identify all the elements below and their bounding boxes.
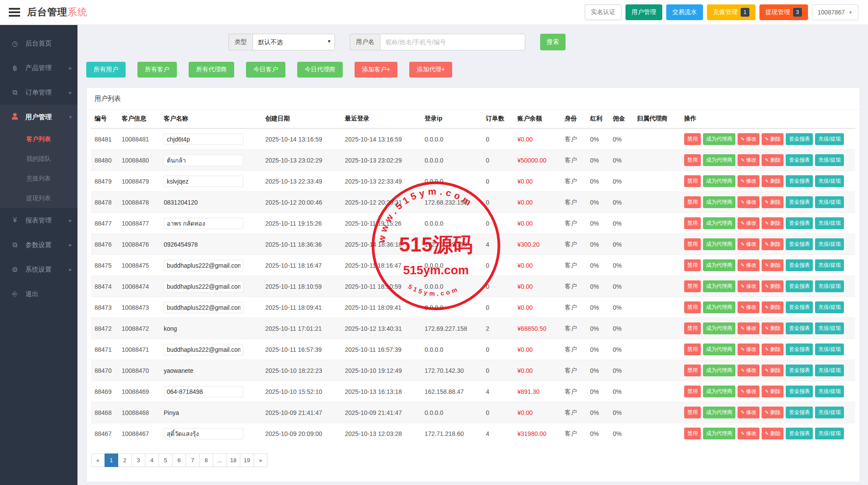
funds-report-button[interactable]: 资金报表 — [786, 301, 813, 313]
funds-report-button[interactable]: 资金报表 — [786, 238, 813, 250]
pagination-page[interactable]: 4 — [145, 453, 159, 467]
disable-button[interactable]: 禁用 — [684, 322, 701, 334]
sidebar-item-client-list[interactable]: 客户列表 — [0, 129, 77, 149]
become-agent-button[interactable]: 成为代理商 — [703, 196, 735, 208]
edit-button[interactable]: ✎修改 — [738, 238, 759, 250]
pagination-page[interactable]: 5 — [159, 453, 172, 467]
become-agent-button[interactable]: 成为代理商 — [703, 175, 735, 187]
client-name-input[interactable] — [164, 260, 243, 271]
pagination-page[interactable]: 1 — [105, 453, 118, 467]
client-name-input[interactable] — [164, 344, 243, 355]
sidebar-item-recharge-list[interactable]: 充值列表 — [0, 169, 77, 188]
delete-button[interactable]: ✎删除 — [762, 217, 784, 229]
search-button[interactable]: 搜索 — [540, 34, 566, 50]
become-agent-button[interactable]: 成为代理商 — [703, 386, 735, 397]
sidebar-item-users[interactable]: 用户管理 — [0, 105, 77, 129]
funds-report-button[interactable]: 资金报表 — [786, 133, 813, 145]
pagination-page[interactable]: 8 — [200, 453, 213, 467]
disable-button[interactable]: 禁用 — [684, 217, 701, 229]
user-manage-button[interactable]: 用户管理 — [626, 4, 662, 20]
delete-button[interactable]: ✎删除 — [762, 280, 784, 292]
delete-button[interactable]: ✎删除 — [762, 343, 784, 355]
recharge-withdraw-button[interactable]: 充值/提现 — [815, 133, 843, 145]
client-name-input[interactable] — [164, 428, 243, 439]
disable-button[interactable]: 禁用 — [684, 133, 701, 145]
become-agent-button[interactable]: 成为代理商 — [703, 280, 735, 292]
recharge-withdraw-button[interactable]: 充值/提现 — [815, 322, 843, 334]
become-agent-button[interactable]: 成为代理商 — [703, 428, 735, 439]
sidebar-item-products[interactable]: ฿ 产品管理 — [0, 56, 77, 80]
disable-button[interactable]: 禁用 — [684, 196, 701, 208]
hamburger-menu-icon[interactable] — [9, 8, 20, 17]
disable-button[interactable]: 禁用 — [684, 280, 701, 292]
disable-button[interactable]: 禁用 — [684, 259, 701, 271]
edit-button[interactable]: ✎修改 — [738, 175, 759, 187]
sidebar-item-dashboard[interactable]: ◷ 后台首页 — [0, 31, 77, 56]
funds-report-button[interactable]: 资金报表 — [786, 154, 813, 166]
today-clients-button[interactable]: 今日客户 — [246, 62, 285, 78]
delete-button[interactable]: ✎删除 — [762, 259, 784, 271]
recharge-withdraw-button[interactable]: 充值/提现 — [815, 154, 843, 166]
funds-report-button[interactable]: 资金报表 — [786, 428, 813, 439]
add-agent-button[interactable]: 添加代理+ — [409, 62, 452, 78]
recharge-withdraw-button[interactable]: 充值/提现 — [815, 301, 843, 313]
username-input[interactable] — [380, 34, 525, 50]
recharge-withdraw-button[interactable]: 充值/提现 — [815, 238, 843, 250]
become-agent-button[interactable]: 成为代理商 — [703, 217, 735, 229]
funds-report-button[interactable]: 资金报表 — [786, 175, 813, 187]
recharge-manage-button[interactable]: 充值管理1 — [707, 4, 756, 20]
trade-flow-button[interactable]: 交易流水 — [666, 4, 703, 20]
recharge-withdraw-button[interactable]: 充值/提现 — [815, 407, 843, 418]
funds-report-button[interactable]: 资金报表 — [786, 343, 813, 355]
pagination-page[interactable]: 18 — [227, 453, 240, 467]
funds-report-button[interactable]: 资金报表 — [786, 407, 813, 418]
disable-button[interactable]: 禁用 — [684, 343, 701, 355]
today-agents-button[interactable]: 今日代理商 — [297, 62, 343, 78]
pagination-page[interactable]: 19 — [240, 453, 254, 467]
client-name-input[interactable] — [164, 281, 243, 292]
edit-button[interactable]: ✎修改 — [738, 428, 759, 439]
delete-button[interactable]: ✎删除 — [762, 196, 784, 208]
funds-report-button[interactable]: 资金报表 — [786, 386, 813, 397]
delete-button[interactable]: ✎删除 — [762, 175, 784, 187]
funds-report-button[interactable]: 资金报表 — [786, 280, 813, 292]
withdraw-manage-button[interactable]: 提现管理3 — [759, 4, 808, 20]
disable-button[interactable]: 禁用 — [684, 175, 701, 187]
edit-button[interactable]: ✎修改 — [738, 343, 759, 355]
become-agent-button[interactable]: 成为代理商 — [703, 407, 735, 418]
delete-button[interactable]: ✎删除 — [762, 407, 784, 418]
disable-button[interactable]: 禁用 — [684, 301, 701, 313]
funds-report-button[interactable]: 资金报表 — [786, 322, 813, 334]
delete-button[interactable]: ✎删除 — [762, 365, 784, 376]
become-agent-button[interactable]: 成为代理商 — [703, 322, 735, 334]
edit-button[interactable]: ✎修改 — [738, 280, 759, 292]
client-name-input[interactable] — [164, 386, 243, 397]
delete-button[interactable]: ✎删除 — [762, 386, 784, 397]
become-agent-button[interactable]: 成为代理商 — [703, 259, 735, 271]
sidebar-item-orders[interactable]: ⧉ 订单管理 — [0, 80, 77, 105]
pagination-page[interactable]: ... — [213, 453, 227, 467]
edit-button[interactable]: ✎修改 — [738, 407, 759, 418]
become-agent-button[interactable]: 成为代理商 — [703, 365, 735, 376]
disable-button[interactable]: 禁用 — [684, 428, 701, 439]
edit-button[interactable]: ✎修改 — [738, 322, 759, 334]
become-agent-button[interactable]: 成为代理商 — [703, 133, 735, 145]
recharge-withdraw-button[interactable]: 充值/提现 — [815, 217, 843, 229]
edit-button[interactable]: ✎修改 — [738, 365, 759, 376]
account-dropdown[interactable]: 10087867▼ — [812, 4, 858, 20]
funds-report-button[interactable]: 资金报表 — [786, 217, 813, 229]
funds-report-button[interactable]: 资金报表 — [786, 259, 813, 271]
delete-button[interactable]: ✎删除 — [762, 428, 784, 439]
pagination-page[interactable]: 6 — [172, 453, 186, 467]
all-users-button[interactable]: 所有用户 — [86, 62, 126, 78]
client-name-input[interactable] — [164, 176, 243, 187]
delete-button[interactable]: ✎删除 — [762, 301, 784, 313]
pagination-prev[interactable]: « — [91, 453, 105, 467]
add-client-button[interactable]: 添加客户+ — [355, 62, 397, 78]
edit-button[interactable]: ✎修改 — [738, 154, 759, 166]
edit-button[interactable]: ✎修改 — [738, 217, 759, 229]
funds-report-button[interactable]: 资金报表 — [786, 365, 813, 376]
all-clients-button[interactable]: 所有客户 — [137, 62, 177, 78]
pagination-next[interactable]: » — [254, 453, 267, 467]
become-agent-button[interactable]: 成为代理商 — [703, 238, 735, 250]
